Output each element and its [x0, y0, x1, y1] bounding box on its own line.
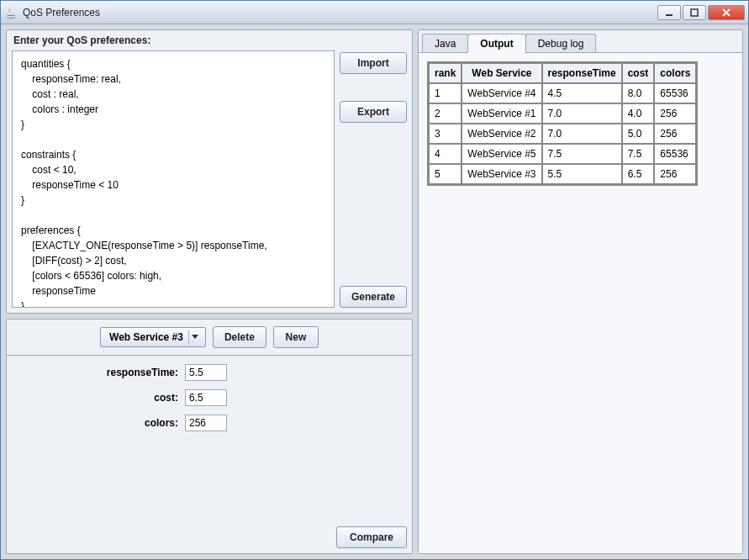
- form-row-responsetime: responseTime:: [18, 364, 400, 381]
- cell-rank: 2: [429, 103, 462, 124]
- service-panel: Web Service #3 Delete New responseTime:: [6, 319, 413, 554]
- import-button[interactable]: Import: [340, 52, 407, 74]
- cell-cost: 4.0: [622, 103, 655, 124]
- right-column: Java Output Debug log rank Web Service r…: [418, 29, 743, 554]
- cell-cost: 7.5: [622, 144, 655, 164]
- spacer: [340, 129, 407, 279]
- close-button[interactable]: [708, 5, 745, 20]
- content-area: Enter your QoS preferences: Import Expor…: [1, 24, 748, 559]
- preferences-panel: Enter your QoS preferences: Import Expor…: [6, 29, 413, 314]
- cost-label: cost:: [18, 392, 178, 404]
- tab-content-output: rank Web Service responseTime cost color…: [419, 52, 742, 553]
- service-toolbar: Web Service #3 Delete New: [7, 320, 412, 355]
- cell-responseTime: 7.0: [542, 103, 622, 124]
- colors-label: colors:: [18, 417, 178, 429]
- maximize-icon: [690, 8, 699, 17]
- preferences-editor[interactable]: [12, 50, 335, 308]
- svg-rect-1: [691, 9, 698, 16]
- app-window: QoS Preferences Enter your QoS preferenc…: [0, 0, 749, 560]
- cell-service: WebService #4: [462, 83, 541, 103]
- service-select-value: Web Service #3: [109, 331, 183, 343]
- cell-service: WebService #2: [462, 124, 541, 144]
- col-cost: cost: [622, 63, 655, 83]
- cell-colors: 256: [654, 164, 696, 184]
- service-select[interactable]: Web Service #3: [100, 327, 206, 347]
- delete-button[interactable]: Delete: [213, 326, 266, 348]
- colors-input[interactable]: [185, 415, 227, 431]
- table-row: 1WebService #44.58.065536: [429, 83, 696, 103]
- window-controls: [657, 5, 745, 20]
- generate-button[interactable]: Generate: [340, 286, 407, 308]
- tab-debug[interactable]: Debug log: [525, 34, 597, 53]
- col-rank: rank: [429, 63, 462, 83]
- cell-responseTime: 7.0: [542, 124, 622, 144]
- cell-service: WebService #5: [462, 144, 541, 164]
- compare-button[interactable]: Compare: [336, 526, 407, 548]
- table-row: 3WebService #27.05.0256: [429, 124, 696, 144]
- new-button[interactable]: New: [273, 326, 319, 348]
- table-row: 5WebService #35.56.5256: [429, 164, 696, 184]
- window-title: QoS Preferences: [23, 7, 657, 18]
- cell-cost: 6.5: [622, 164, 655, 184]
- preferences-body: Import Export Generate: [7, 50, 412, 313]
- titlebar[interactable]: QoS Preferences: [1, 1, 748, 24]
- minimize-icon: [665, 8, 673, 17]
- cell-rank: 5: [429, 164, 462, 184]
- cell-colors: 256: [654, 124, 696, 144]
- preferences-header: Enter your QoS preferences:: [7, 30, 412, 50]
- table-row: 2WebService #17.04.0256: [429, 103, 696, 124]
- responsetime-label: responseTime:: [18, 367, 178, 378]
- tabs: Java Output Debug log: [419, 30, 742, 53]
- close-icon: [722, 8, 731, 17]
- tab-output[interactable]: Output: [467, 34, 525, 53]
- output-table-body: 1WebService #44.58.0655362WebService #17…: [429, 83, 696, 184]
- minimize-button[interactable]: [657, 5, 681, 20]
- prefs-side-buttons: Import Export Generate: [340, 50, 407, 308]
- cost-input[interactable]: [185, 389, 227, 406]
- compare-row: Compare: [7, 521, 412, 553]
- export-button[interactable]: Export: [340, 101, 407, 123]
- cell-responseTime: 4.5: [542, 83, 622, 103]
- cell-cost: 5.0: [622, 124, 655, 144]
- form-row-colors: colors:: [18, 415, 400, 431]
- chevron-down-icon: [188, 330, 202, 345]
- left-column: Enter your QoS preferences: Import Expor…: [6, 29, 413, 554]
- cell-cost: 8.0: [622, 83, 655, 103]
- java-icon: [4, 6, 18, 19]
- col-service: Web Service: [462, 63, 541, 83]
- maximize-button[interactable]: [683, 5, 706, 20]
- tab-java[interactable]: Java: [422, 34, 468, 53]
- form-row-cost: cost:: [18, 389, 400, 406]
- cell-service: WebService #1: [462, 103, 541, 124]
- table-row: 4WebService #57.57.565536: [429, 144, 696, 164]
- cell-responseTime: 5.5: [542, 164, 622, 184]
- col-responsetime: responseTime: [542, 63, 622, 83]
- col-colors: colors: [654, 63, 696, 83]
- cell-rank: 3: [429, 124, 462, 144]
- cell-service: WebService #3: [462, 164, 541, 184]
- responsetime-input[interactable]: [185, 364, 227, 381]
- svg-rect-0: [666, 14, 673, 16]
- cell-colors: 65536: [654, 144, 696, 164]
- table-header-row: rank Web Service responseTime cost color…: [429, 63, 696, 83]
- cell-rank: 1: [429, 83, 462, 103]
- cell-colors: 256: [654, 103, 696, 124]
- cell-colors: 65536: [654, 83, 696, 103]
- cell-rank: 4: [429, 144, 462, 164]
- cell-responseTime: 7.5: [542, 144, 622, 164]
- output-table: rank Web Service responseTime cost color…: [427, 61, 698, 186]
- service-form: responseTime: cost: colors:: [7, 355, 412, 521]
